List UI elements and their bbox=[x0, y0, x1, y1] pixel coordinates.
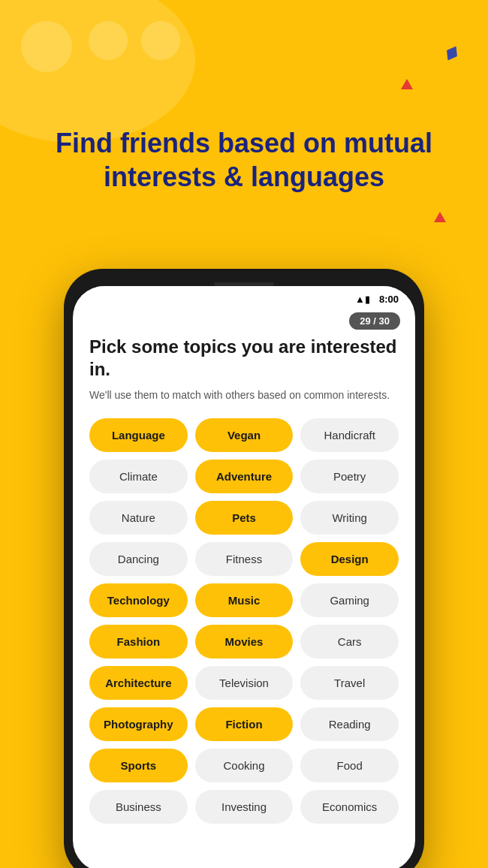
tag-reading[interactable]: Reading bbox=[300, 707, 399, 741]
tag-vegan[interactable]: Vegan bbox=[195, 418, 294, 452]
tag-gaming[interactable]: Gaming bbox=[300, 583, 399, 617]
status-time: 8:00 bbox=[379, 294, 399, 305]
triangle-icon bbox=[401, 79, 413, 89]
tag-sports[interactable]: Sports bbox=[89, 749, 188, 782]
tag-handicraft[interactable]: Handicraft bbox=[300, 418, 399, 452]
tag-fashion[interactable]: Fashion bbox=[89, 625, 188, 659]
deco-circle-3 bbox=[141, 21, 180, 60]
headline-area: Find friends based on mutual interests &… bbox=[0, 126, 488, 194]
triangle2-icon bbox=[434, 212, 446, 222]
phone-frame: ▲▮ 8:00 29 / 30 Pick some topics you are… bbox=[64, 269, 424, 868]
tag-travel[interactable]: Travel bbox=[300, 666, 399, 700]
tag-fitness[interactable]: Fitness bbox=[195, 542, 294, 576]
tag-language[interactable]: Language bbox=[89, 418, 188, 452]
signal-icon: ▲▮ bbox=[355, 294, 370, 305]
tag-poetry[interactable]: Poetry bbox=[300, 460, 399, 493]
deco-circle-1 bbox=[21, 21, 72, 72]
screen-subtitle: We'll use them to match with others base… bbox=[89, 388, 399, 403]
tag-economics[interactable]: Economics bbox=[300, 790, 399, 824]
tag-nature[interactable]: Nature bbox=[89, 501, 188, 535]
tag-writing[interactable]: Writing bbox=[300, 501, 399, 535]
tag-cooking[interactable]: Cooking bbox=[195, 749, 294, 782]
status-bar: ▲▮ 8:00 bbox=[73, 286, 415, 309]
headline-text: Find friends based on mutual interests &… bbox=[30, 126, 458, 194]
tag-architecture[interactable]: Architecture bbox=[89, 666, 188, 700]
tag-music[interactable]: Music bbox=[195, 583, 294, 617]
screen-title: Pick some topics you are interested in. bbox=[89, 336, 399, 381]
tags-grid: LanguageVeganHandicraftClimateAdventureP… bbox=[89, 418, 399, 824]
tag-pets[interactable]: Pets bbox=[195, 501, 294, 535]
phone-wrapper: ▲▮ 8:00 29 / 30 Pick some topics you are… bbox=[64, 269, 424, 868]
tag-photography[interactable]: Photography bbox=[89, 707, 188, 741]
tag-dancing[interactable]: Dancing bbox=[89, 542, 188, 576]
screen-content: Pick some topics you are interested in. … bbox=[73, 336, 415, 861]
tag-fiction[interactable]: Fiction bbox=[195, 707, 294, 741]
tag-investing[interactable]: Investing bbox=[195, 790, 294, 824]
tag-food[interactable]: Food bbox=[300, 749, 399, 782]
phone-screen: ▲▮ 8:00 29 / 30 Pick some topics you are… bbox=[73, 286, 415, 868]
tag-movies[interactable]: Movies bbox=[195, 625, 294, 659]
tag-cars[interactable]: Cars bbox=[300, 625, 399, 659]
tag-climate[interactable]: Climate bbox=[89, 460, 188, 493]
tag-television[interactable]: Television bbox=[195, 666, 294, 700]
progress-area: 29 / 30 bbox=[73, 309, 415, 336]
progress-badge: 29 / 30 bbox=[349, 312, 400, 330]
tag-design[interactable]: Design bbox=[300, 542, 399, 576]
tag-technology[interactable]: Technology bbox=[89, 583, 188, 617]
tag-business[interactable]: Business bbox=[89, 790, 188, 824]
deco-circle-2 bbox=[89, 21, 128, 60]
tag-adventure[interactable]: Adventure bbox=[195, 460, 294, 493]
